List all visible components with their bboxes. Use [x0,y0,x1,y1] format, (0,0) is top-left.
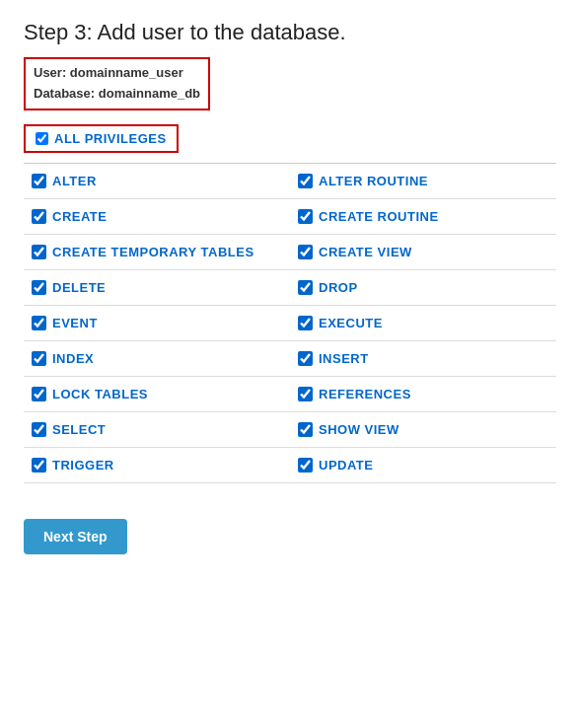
privilege-label[interactable]: INSERT [319,351,369,366]
table-row: LOCK TABLES REFERENCES [24,376,556,411]
table-row: CREATE CREATE ROUTINE [24,198,556,234]
privilege-item[interactable]: SELECT [32,422,282,437]
privilege-checkbox[interactable] [32,316,46,330]
privilege-label[interactable]: UPDATE [319,458,373,473]
table-row: CREATE TEMPORARY TABLES CREATE VIEW [24,234,556,269]
privilege-checkbox[interactable] [32,280,46,295]
privilege-label[interactable]: CREATE ROUTINE [319,209,439,224]
user-value: domainname_user [70,65,183,80]
privilege-item[interactable]: SHOW VIEW [298,422,548,437]
user-info-user: User: domainname_user [34,63,200,84]
privilege-checkbox[interactable] [32,245,46,259]
table-row: DELETE DROP [24,269,556,305]
privilege-item[interactable]: LOCK TABLES [32,387,282,401]
all-privileges-box[interactable]: ALL PRIVILEGES [24,124,179,153]
table-row: SELECT SHOW VIEW [24,411,556,447]
privilege-label[interactable]: TRIGGER [52,458,114,473]
table-row: ALTER ALTER ROUTINE [24,164,556,199]
privilege-label[interactable]: EXECUTE [319,316,383,330]
privilege-item[interactable]: TRIGGER [32,458,282,473]
privilege-item[interactable]: CREATE TEMPORARY TABLES [32,245,282,259]
privilege-checkbox[interactable] [298,245,313,259]
all-privileges-checkbox[interactable] [36,132,48,145]
privilege-item[interactable]: EXECUTE [298,316,548,330]
privilege-label[interactable]: REFERENCES [319,387,411,401]
privilege-item[interactable]: UPDATE [298,458,548,473]
privilege-label[interactable]: DELETE [52,280,106,295]
all-privileges-label[interactable]: ALL PRIVILEGES [54,131,167,146]
database-value: domainname_db [99,86,200,101]
privilege-checkbox[interactable] [298,422,313,437]
privilege-item[interactable]: DELETE [32,280,282,295]
privilege-checkbox[interactable] [298,351,313,366]
privilege-label[interactable]: SHOW VIEW [319,422,399,437]
privilege-checkbox[interactable] [298,174,313,188]
user-label: User: [34,65,70,80]
privilege-checkbox[interactable] [32,174,46,188]
privilege-item[interactable]: CREATE VIEW [298,245,548,259]
database-label: Database: [34,86,99,101]
privilege-checkbox[interactable] [298,387,313,401]
privilege-label[interactable]: INDEX [52,351,94,366]
privilege-checkbox[interactable] [298,458,313,473]
table-row: EVENT EXECUTE [24,305,556,340]
privilege-label[interactable]: DROP [319,280,358,295]
privilege-item[interactable]: CREATE ROUTINE [298,209,548,224]
privilege-item[interactable]: CREATE [32,209,282,224]
privilege-item[interactable]: REFERENCES [298,387,548,401]
privilege-checkbox[interactable] [298,316,313,330]
next-step-button[interactable]: Next Step [24,519,127,554]
privilege-label[interactable]: CREATE TEMPORARY TABLES [52,245,254,259]
table-row: TRIGGER UPDATE [24,447,556,482]
privilege-item[interactable]: EVENT [32,316,282,330]
privilege-item[interactable]: INDEX [32,351,282,366]
privilege-checkbox[interactable] [32,387,46,401]
privilege-checkbox[interactable] [298,280,313,295]
privilege-label[interactable]: ALTER [52,174,97,188]
privilege-item[interactable]: DROP [298,280,548,295]
privilege-checkbox[interactable] [32,422,46,437]
privileges-table: ALTER ALTER ROUTINE CREATE CREATE ROUTIN… [24,164,556,483]
privilege-checkbox[interactable] [32,351,46,366]
privilege-item[interactable]: ALTER ROUTINE [298,174,548,188]
privilege-label[interactable]: ALTER ROUTINE [319,174,428,188]
privilege-label[interactable]: LOCK TABLES [52,387,148,401]
privilege-label[interactable]: SELECT [52,422,106,437]
user-info-database: Database: domainname_db [34,84,200,105]
user-info-box: User: domainname_user Database: domainna… [24,57,210,110]
privilege-checkbox[interactable] [298,209,313,224]
table-row: INDEX INSERT [24,340,556,376]
privilege-label[interactable]: CREATE [52,209,107,224]
privilege-checkbox[interactable] [32,209,46,224]
privilege-label[interactable]: EVENT [52,316,98,330]
privilege-item[interactable]: ALTER [32,174,282,188]
privilege-item[interactable]: INSERT [298,351,548,366]
page-title: Step 3: Add user to the database. [24,20,556,45]
privilege-label[interactable]: CREATE VIEW [319,245,412,259]
privilege-checkbox[interactable] [32,458,46,473]
